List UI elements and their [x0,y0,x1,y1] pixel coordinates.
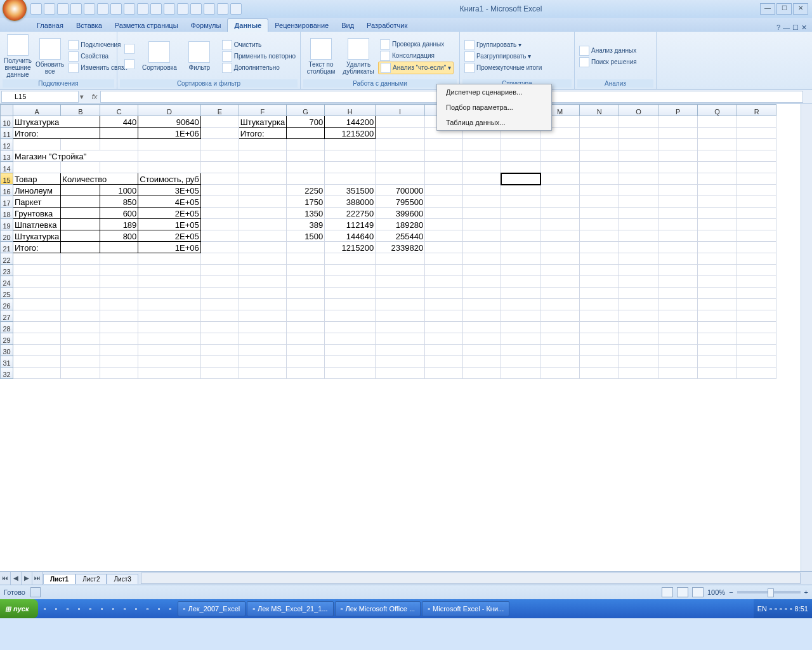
row-header[interactable]: 15 [1,173,13,185]
cell[interactable] [737,310,776,322]
ql-icon[interactable]: ▫ [119,602,131,616]
cell[interactable] [200,310,239,322]
cell[interactable] [200,288,239,299]
cell[interactable] [376,345,425,356]
cell[interactable] [61,356,100,368]
cell[interactable]: 112149 [325,219,376,230]
cell[interactable] [737,299,776,310]
taskbar-button[interactable]: ▫Microsoft Excel - Кни... [422,601,509,616]
cell[interactable] [698,299,737,310]
cell[interactable] [425,310,463,322]
cell[interactable] [100,356,138,368]
cell[interactable] [698,219,737,230]
cell[interactable] [540,139,580,150]
zoom-in-icon[interactable]: + [804,588,808,596]
clear-filter-button[interactable]: Очистить [220,39,298,51]
lang-indicator[interactable]: EN [757,605,767,613]
column-header[interactable]: A [13,105,61,116]
cell[interactable] [619,368,658,379]
cell[interactable] [325,276,376,288]
qat-icon[interactable] [217,3,228,15]
cell[interactable] [698,173,737,185]
cell[interactable] [239,288,286,299]
cell[interactable]: Шпатлевка [13,219,61,230]
cell[interactable] [540,322,580,333]
cell[interactable] [239,356,286,368]
cell[interactable] [325,173,376,185]
cell[interactable] [463,150,501,162]
cell[interactable] [425,196,463,208]
cell[interactable] [376,128,425,139]
qat-icon[interactable] [137,3,148,15]
cell[interactable] [540,333,580,345]
cell[interactable]: Товар [13,173,61,185]
advanced-filter-button[interactable]: Дополнительно [220,62,298,74]
cell[interactable] [239,162,286,173]
cell[interactable] [100,276,138,288]
cell[interactable] [619,162,658,173]
cell[interactable] [325,345,376,356]
cell[interactable] [540,345,580,356]
cell[interactable] [501,162,540,173]
cell[interactable] [325,310,376,322]
cell[interactable] [501,368,540,379]
cell[interactable] [425,276,463,288]
qat-save-icon[interactable] [30,3,42,15]
cell[interactable] [658,230,698,242]
cell[interactable] [619,299,658,310]
cell[interactable] [580,242,619,253]
cell[interactable]: 700 [287,116,325,128]
cell[interactable] [619,333,658,345]
cell[interactable] [239,333,286,345]
normal-view-icon[interactable] [662,587,673,597]
cell[interactable]: 1350 [287,208,325,219]
cell[interactable] [580,265,619,276]
cell[interactable] [737,288,776,299]
cell[interactable] [287,162,325,173]
cell[interactable] [619,265,658,276]
cell[interactable] [658,368,698,379]
cell[interactable] [239,219,286,230]
cell[interactable] [61,368,100,379]
cell[interactable] [200,116,239,128]
column-header[interactable]: C [100,105,138,116]
cell[interactable] [698,162,737,173]
start-button[interactable]: ⊞ пуск [0,599,38,618]
cell[interactable] [239,310,286,322]
cell[interactable] [658,208,698,219]
row-header[interactable]: 30 [1,345,13,356]
cell[interactable] [619,116,658,128]
cell[interactable] [698,242,737,253]
cell[interactable] [580,196,619,208]
zoom-level[interactable]: 100% [707,588,725,596]
cell[interactable] [100,288,138,299]
cell[interactable] [100,162,138,173]
cell[interactable] [540,288,580,299]
ql-icon[interactable]: ▫ [108,602,119,616]
cell[interactable] [698,288,737,299]
tray-icon[interactable]: ▫ [780,605,782,613]
cell[interactable] [540,208,580,219]
cell[interactable] [325,150,376,162]
vertical-scrollbar[interactable] [801,104,812,571]
cell[interactable] [501,310,540,322]
cell[interactable] [287,139,325,150]
cell[interactable] [463,356,501,368]
cell[interactable] [100,345,138,356]
cell[interactable] [239,196,286,208]
cell[interactable] [658,265,698,276]
qat-icon[interactable] [190,3,202,15]
cell[interactable] [239,139,286,150]
cell[interactable] [138,139,200,150]
cell[interactable] [13,265,61,276]
cell[interactable] [540,173,580,185]
page-break-view-icon[interactable] [692,587,704,597]
cell[interactable] [463,219,501,230]
cell[interactable]: 90640 [138,116,200,128]
cell[interactable] [737,345,776,356]
column-header[interactable]: I [376,105,425,116]
cell[interactable] [658,253,698,265]
cell[interactable] [239,299,286,310]
tab-nav-first-icon[interactable]: ⏮ [0,572,11,585]
cell[interactable] [737,276,776,288]
